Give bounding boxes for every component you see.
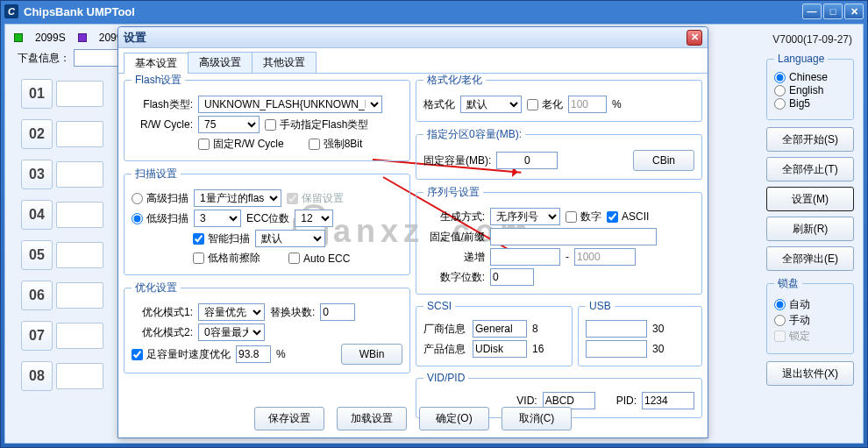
legend-swatch-2099s [14, 33, 23, 42]
tab-basic[interactable]: 基本设置 [124, 53, 189, 74]
lang-english[interactable]: English [774, 84, 846, 96]
language-group: Language Chinese English Big5 [766, 53, 854, 120]
wbin-button[interactable]: WBin [341, 344, 402, 365]
serial-ascii-checkbox[interactable]: ASCII [607, 210, 649, 223]
fixed-capacity-input[interactable] [496, 152, 558, 169]
aging-checkbox[interactable]: 老化 [527, 97, 563, 112]
load-settings-button[interactable]: 加载设置 [337, 407, 407, 430]
slot-03[interactable]: 03 [21, 160, 53, 189]
version-label: V7000(17-09-27) [772, 33, 852, 46]
usb-val1-input[interactable] [586, 320, 647, 338]
scsi-product-input[interactable] [473, 340, 527, 358]
settings-button[interactable]: 设置(M) [766, 187, 854, 211]
lang-big5[interactable]: Big5 [774, 97, 846, 110]
cbin-button[interactable]: CBin [633, 150, 694, 171]
low-scan-radio[interactable]: 低级扫描 [132, 211, 189, 226]
fixed-rw-checkbox[interactable]: 固定R/W Cycle [198, 137, 284, 152]
tab-other[interactable]: 其他设置 [252, 52, 317, 73]
speed-opt-value[interactable] [236, 345, 271, 363]
slot-07[interactable]: 07 [21, 321, 53, 351]
stop-all-button[interactable]: 全部停止(T) [766, 157, 854, 181]
close-button[interactable]: ✕ [844, 4, 864, 19]
aging-value-input [568, 96, 607, 113]
cancel-button[interactable]: 取消(C) [502, 407, 572, 430]
speed-opt-checkbox[interactable]: 足容量时速度优化 [132, 347, 231, 362]
scan-settings-group: 扫描设置 高级扫描 1量产过的flash 保留设置 低级扫描 3 ECC位数 1… [124, 167, 410, 275]
disk-info-label: 下盘信息： [18, 51, 70, 66]
high-scan-select[interactable]: 1量产过的flash [194, 189, 281, 207]
lock-group: 锁盘 自动 手动 锁定 [766, 276, 854, 354]
scsi-group: SCSI 厂商信息 8 产品信息 16 [416, 300, 573, 366]
ok-button[interactable]: 确定(O) [419, 407, 489, 430]
slot-01[interactable]: 01 [21, 79, 53, 109]
flash-settings-group: Flash设置 Flash类型: UNKNOWN_FLASH{UNKNOWN_F… [124, 73, 410, 161]
main-titlebar: C ChipsBank UMPTool — □ ✕ [1, 1, 867, 22]
smart-scan-select[interactable]: 默认 [255, 230, 325, 247]
device-legend: 2099S 2099 [14, 32, 122, 44]
serial-numeric-checkbox[interactable]: 数字 [566, 210, 601, 224]
ecc-bits-select[interactable]: 12 [295, 210, 333, 227]
serial-group: 序列号设置 生成方式: 无序列号 数字 ASCII 固定值/前缀 递增 [416, 185, 702, 295]
serial-inc-to-input [574, 248, 636, 266]
slot-04[interactable]: 04 [21, 200, 53, 230]
app-icon: C [4, 4, 18, 18]
serial-fixed-input[interactable] [490, 228, 657, 245]
replace-blocks-input[interactable] [320, 303, 355, 321]
format-aging-group: 格式化/老化 格式化 默认 老化 % [416, 73, 702, 122]
high-scan-radio[interactable]: 高级扫描 [132, 191, 189, 206]
refresh-button[interactable]: 刷新(R) [766, 217, 854, 241]
partition-group: 指定分区0容量(MB): 固定容量(MB): CBin [416, 127, 702, 180]
smart-scan-checkbox[interactable]: 智能扫描 [193, 231, 250, 246]
slot-05[interactable]: 05 [21, 240, 53, 270]
slot-list: 01 02 03 04 05 06 07 08 [21, 79, 103, 402]
slot-06[interactable]: 06 [21, 281, 53, 310]
serial-inc-from-input[interactable] [490, 248, 560, 266]
maximize-button[interactable]: □ [823, 4, 843, 19]
lock-manual[interactable]: 手动 [774, 313, 846, 328]
eject-all-button[interactable]: 全部弹出(E) [766, 246, 854, 271]
exit-button[interactable]: 退出软件(X) [766, 361, 854, 386]
low-scan-select[interactable]: 3 [194, 210, 241, 227]
minimize-button[interactable]: — [802, 4, 822, 19]
manual-flash-checkbox[interactable]: 手动指定Flash类型 [265, 117, 368, 132]
serial-gen-select[interactable]: 无序列号 [490, 208, 560, 225]
serial-digits-input[interactable] [490, 268, 534, 286]
dialog-titlebar: 设置 ✕ [118, 27, 708, 48]
slot-08[interactable]: 08 [21, 361, 53, 391]
auto-ecc-checkbox[interactable]: Auto ECC [288, 252, 350, 265]
opt-mode1-select[interactable]: 容量优先 [198, 303, 265, 321]
lock-locked[interactable]: 锁定 [774, 329, 846, 344]
settings-dialog: 设置 ✕ 基本设置 高级设置 其他设置 anxz .com Flash设置 [117, 26, 708, 438]
scsi-vendor-input[interactable] [473, 320, 527, 338]
start-all-button[interactable]: 全部开始(S) [766, 127, 854, 152]
tab-advanced[interactable]: 高级设置 [188, 52, 253, 73]
usb-group: USB 30 30 [578, 300, 702, 366]
save-settings-button[interactable]: 保存设置 [254, 407, 324, 430]
optimize-settings-group: 优化设置 优化模式1: 容量优先 替换块数: 优化模式2: 0容量最大 [124, 281, 410, 373]
keep-settings-checkbox: 保留设置 [287, 191, 344, 206]
dialog-close-button[interactable]: ✕ [687, 30, 702, 46]
usb-val2-input[interactable] [586, 340, 647, 358]
rw-cycle-select[interactable]: 75 [198, 116, 260, 133]
low-erase-checkbox[interactable]: 低格前擦除 [193, 251, 260, 266]
window-title: ChipsBank UMPTool [24, 5, 135, 18]
slot-02[interactable]: 02 [21, 119, 53, 149]
force-8bit-checkbox[interactable]: 强制8Bit [309, 137, 363, 152]
lock-auto[interactable]: 自动 [774, 297, 846, 312]
legend-swatch-2099 [78, 33, 87, 42]
opt-mode2-select[interactable]: 0容量最大 [198, 324, 265, 341]
format-select[interactable]: 默认 [460, 96, 522, 113]
lang-chinese[interactable]: Chinese [774, 71, 846, 83]
flash-type-select[interactable]: UNKNOWN_FLASH{UNKNOWN_FLASH} [198, 96, 382, 113]
